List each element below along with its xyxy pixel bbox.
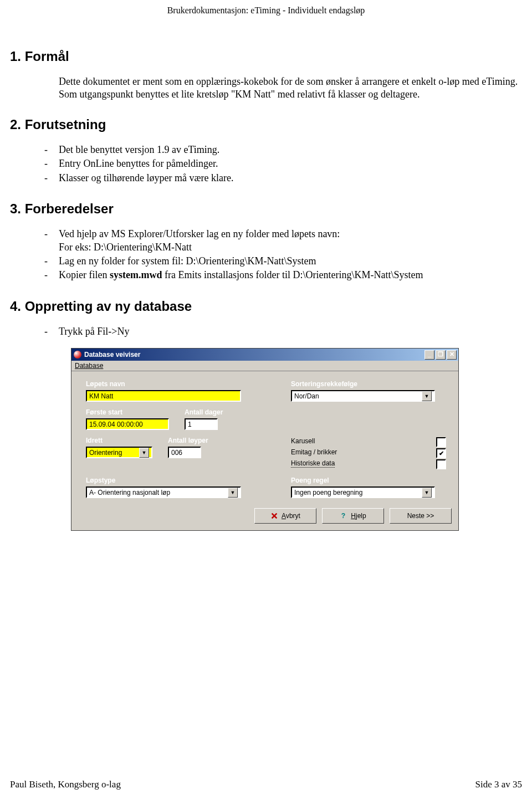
database-wizard-dialog: Database veiviser _ ❐ ✕ Database Løpets … bbox=[71, 348, 459, 531]
hjelp-button[interactable]: ? Hjelp bbox=[322, 508, 384, 524]
cancel-icon bbox=[270, 512, 278, 520]
page-footer: Paul Biseth, Kongsberg o-lag Side 3 av 3… bbox=[10, 779, 522, 790]
section-3-title: 3. Forberedelser bbox=[10, 201, 522, 217]
section-4-title: 4. Oppretting av ny database bbox=[10, 299, 522, 314]
help-icon: ? bbox=[340, 512, 347, 520]
footer-left: Paul Biseth, Kongsberg o-lag bbox=[10, 779, 121, 790]
idrett-combo[interactable]: Orientering ▼ bbox=[86, 447, 152, 458]
chevron-down-icon[interactable]: ▼ bbox=[139, 448, 149, 458]
lopstype-label: Løpstype bbox=[86, 477, 258, 484]
menu-bar[interactable]: Database bbox=[71, 361, 458, 371]
chevron-down-icon[interactable]: ▼ bbox=[228, 488, 238, 498]
sort-order-combo[interactable]: Nor/Dan ▼ bbox=[291, 390, 435, 402]
avbryt-button[interactable]: Avbryt bbox=[254, 508, 316, 524]
historiske-label: Historiske data bbox=[291, 459, 335, 468]
minimize-button[interactable]: _ bbox=[424, 350, 434, 360]
chevron-down-icon[interactable]: ▼ bbox=[422, 488, 432, 498]
forste-start-label: Første start bbox=[86, 408, 169, 416]
svg-text:?: ? bbox=[341, 513, 345, 520]
karusell-label: Karusell bbox=[291, 437, 315, 445]
menu-database[interactable]: Database bbox=[75, 362, 103, 370]
list-item: Det ble benyttet versjon 1.9 av eTiming. bbox=[38, 144, 522, 156]
emitag-label: Emitag / brikker bbox=[291, 448, 337, 456]
window-title: Database veiviser bbox=[84, 351, 140, 358]
antall-dager-input[interactable]: 1 bbox=[185, 418, 218, 430]
lopets-navn-input[interactable]: KM Natt bbox=[86, 390, 241, 402]
neste-button[interactable]: Neste >> bbox=[390, 508, 452, 524]
lopstype-combo[interactable]: A- Orientering nasjonalt løp ▼ bbox=[86, 486, 241, 498]
list-item: Trykk på Fil->Ny bbox=[38, 325, 522, 338]
close-button[interactable]: ✕ bbox=[447, 350, 457, 360]
section-1-title: 1. Formål bbox=[10, 49, 522, 64]
antall-loyper-label: Antall løyper bbox=[168, 437, 208, 444]
section-1-paragraph: Dette dokumentet er ment som en opplærin… bbox=[59, 75, 522, 100]
antall-loyper-input[interactable]: 006 bbox=[168, 447, 201, 458]
poeng-regel-combo[interactable]: Ingen poeng beregning ▼ bbox=[291, 486, 435, 498]
karusell-checkbox[interactable] bbox=[436, 437, 446, 447]
list-item: Kopier filen system.mwd fra Emits instal… bbox=[38, 269, 522, 281]
section-4-list: Trykk på Fil->Ny bbox=[38, 325, 522, 338]
forste-start-input[interactable]: 15.09.04 00:00:00 bbox=[86, 418, 169, 430]
antall-dager-label: Antall dager bbox=[185, 408, 223, 416]
footer-right: Side 3 av 35 bbox=[475, 779, 522, 790]
chevron-down-icon[interactable]: ▼ bbox=[422, 391, 432, 401]
list-item: Entry OnLine benyttes for påmeldinger. bbox=[38, 157, 522, 170]
sort-order-label: Sorteringsrekkefølge bbox=[291, 380, 446, 388]
list-item: Klasser og tilhørende løyper må være kla… bbox=[38, 172, 522, 185]
maximize-button[interactable]: ❐ bbox=[436, 350, 446, 360]
list-item: Ved hjelp av MS Explorer/Utforsker lag e… bbox=[38, 228, 522, 254]
section-3-list: Ved hjelp av MS Explorer/Utforsker lag e… bbox=[38, 228, 522, 282]
list-item: Lag en ny folder for system fil: D:\Orie… bbox=[38, 255, 522, 268]
poeng-regel-label: Poeng regel bbox=[291, 477, 446, 484]
historiske-checkbox[interactable] bbox=[436, 459, 446, 469]
doc-header: Brukerdokumentasjon: eTiming - Individue… bbox=[10, 6, 522, 16]
lopets-navn-label: Løpets navn bbox=[86, 380, 258, 388]
section-2-list: Det ble benyttet versjon 1.9 av eTiming.… bbox=[38, 144, 522, 185]
idrett-label: Idrett bbox=[86, 437, 152, 444]
app-icon bbox=[74, 351, 81, 358]
section-2-title: 2. Forutsetning bbox=[10, 117, 522, 132]
title-bar[interactable]: Database veiviser _ ❐ ✕ bbox=[71, 349, 458, 361]
emitag-checkbox[interactable]: ✔ bbox=[436, 448, 446, 458]
